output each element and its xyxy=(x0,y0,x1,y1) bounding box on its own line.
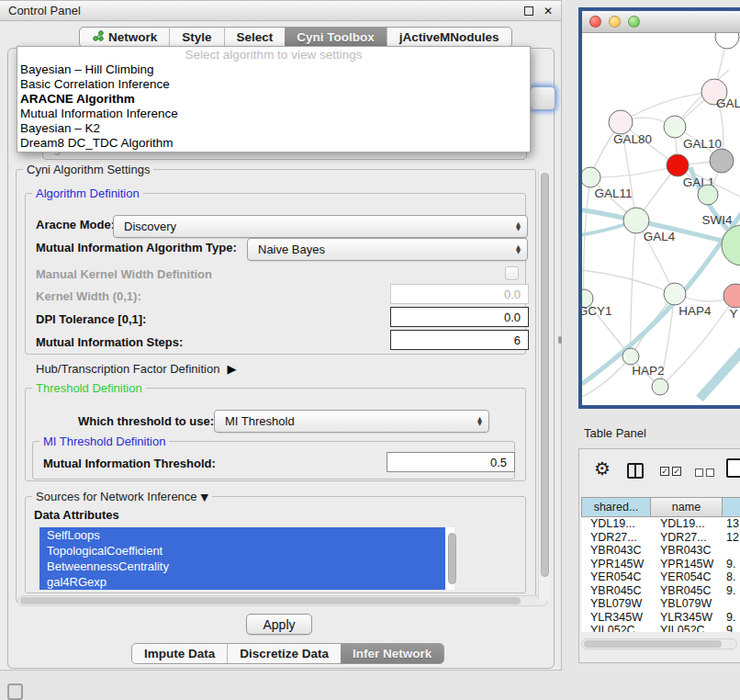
network-node[interactable] xyxy=(715,33,739,49)
table-row[interactable]: YLR345WYLR345W9. xyxy=(581,611,740,625)
table-row[interactable]: YBR045CYBR045C9. xyxy=(581,584,740,598)
minimized-panel-icon[interactable] xyxy=(7,683,23,700)
table-row[interactable]: YBL079WYBL079W xyxy=(581,597,740,611)
network-window-titlebar[interactable] xyxy=(582,11,740,33)
table-cell: 8. xyxy=(723,570,740,584)
select-all-checkbox-icon[interactable]: ✓ xyxy=(660,467,669,476)
network-node[interactable] xyxy=(710,149,734,173)
network-node[interactable] xyxy=(652,378,668,395)
network-node-gal80[interactable] xyxy=(609,110,633,134)
table-panel: ⚙ ✓ ✓ shared...name YDL19...YDL19...13YD… xyxy=(578,448,740,663)
network-edge[interactable] xyxy=(584,177,590,299)
table-cell: YER054C xyxy=(581,570,651,584)
mi-algorithm-type-label: Mutual Information Algorithm Type: xyxy=(36,241,237,254)
table-row[interactable]: YDL19...YDL19...13 xyxy=(581,517,740,531)
mi-threshold-value: 0.5 xyxy=(490,456,507,469)
kernel-width-field[interactable]: 0.0 xyxy=(390,284,529,304)
algorithm-popup-item[interactable]: Bayesian – K2 xyxy=(17,121,530,136)
data-attribute-item-selected[interactable]: TopologicalCoefficient xyxy=(39,543,445,559)
dpi-tolerance-field[interactable]: 0.0 xyxy=(390,307,529,327)
close-traffic-light-icon[interactable] xyxy=(589,16,601,28)
table-column-header[interactable] xyxy=(723,497,740,517)
aracne-mode-value: Discovery xyxy=(124,220,176,233)
bottom-tab-infer-network[interactable]: Infer Network xyxy=(341,644,443,663)
apply-button[interactable]: Apply xyxy=(246,614,312,635)
data-attributes-list[interactable]: SelfLoopsTopologicalCoefficientBetweenne… xyxy=(39,527,454,590)
table-horizontal-scrollbar[interactable] xyxy=(581,638,737,649)
table-cell: YBL079W xyxy=(651,597,723,611)
data-attribute-item-selected[interactable]: gal4RGexp xyxy=(39,574,445,590)
algorithm-popup-item[interactable]: Mutual Information Inference xyxy=(17,107,530,121)
data-attribute-item-selected[interactable]: BetweennessCentrality xyxy=(39,559,445,574)
network-view-window: GALGAL80GAL10GAL1GAL11GAL4SWI4GCY1HAP4YH… xyxy=(578,7,740,409)
data-attributes-label: Data Attributes xyxy=(34,508,119,522)
network-node-swi4[interactable] xyxy=(698,185,718,205)
network-node-gal1[interactable] xyxy=(667,154,689,176)
bottom-tab-impute-data[interactable]: Impute Data xyxy=(132,644,227,663)
mi-algorithm-type-combo[interactable]: Naive Bayes ▲▼ xyxy=(247,238,528,261)
network-node[interactable] xyxy=(722,225,740,265)
gear-icon[interactable]: ⚙ xyxy=(594,457,611,480)
aracne-mode-combo[interactable]: Discovery ▲▼ xyxy=(113,215,528,238)
network-node-hap4[interactable] xyxy=(664,283,686,305)
attributes-list-scrollbar[interactable] xyxy=(448,533,456,584)
table-row[interactable]: YDR27...YDR27...12 xyxy=(581,531,740,545)
network-node-gal10[interactable] xyxy=(664,116,686,138)
inference-algorithm-combo-fragment[interactable] xyxy=(530,86,555,110)
tab-jactivemnodules[interactable]: jActiveMNodules xyxy=(387,28,511,47)
new-table-icon[interactable] xyxy=(726,458,740,478)
network-node-label: SWI4 xyxy=(701,213,732,227)
network-node-gal11[interactable] xyxy=(582,167,600,187)
table-column-header[interactable]: name xyxy=(651,497,723,517)
panel-splitter-handle[interactable] xyxy=(558,336,562,344)
network-edge[interactable] xyxy=(590,165,678,177)
table-row[interactable]: YBR043CYBR043C xyxy=(581,544,740,558)
deselect-all-checkbox-icon[interactable] xyxy=(695,469,703,477)
settings-horizontal-scrollbar[interactable] xyxy=(17,595,548,606)
table-column-header[interactable]: shared... xyxy=(581,497,651,517)
hub-transcription-factor-toggle[interactable]: Hub/Transcription Factor Definition▶ xyxy=(36,362,236,376)
table-row[interactable]: YER054CYER054C8. xyxy=(581,570,740,584)
node-table: shared...name YDL19...YDL19...13YDR27...… xyxy=(581,497,740,517)
algorithm-popup-item[interactable]: Dream8 DC_TDC Algorithm xyxy=(17,136,530,151)
tab-select[interactable]: Select xyxy=(224,28,286,47)
minimize-traffic-light-icon[interactable] xyxy=(609,16,621,28)
sources-group-title[interactable]: Sources for Network Inference▼ xyxy=(32,490,212,503)
mi-threshold-field[interactable]: 0.5 xyxy=(387,452,515,472)
network-edge-highlighted[interactable] xyxy=(700,347,740,399)
mi-steps-field[interactable]: 6 xyxy=(390,330,529,350)
deselect-all-checkbox-icon[interactable] xyxy=(706,469,714,477)
table-rows: YDL19...YDL19...13YDR27...YDR27...12YBR0… xyxy=(581,517,740,632)
algorithm-popup-item[interactable]: Basic Correlation Inference xyxy=(17,77,530,92)
which-threshold-combo[interactable]: MI Threshold ▲▼ xyxy=(214,410,489,433)
table-cell: 9. xyxy=(723,611,740,625)
data-attribute-item-selected[interactable]: SelfLoops xyxy=(39,527,445,543)
zoom-traffic-light-icon[interactable] xyxy=(628,16,640,28)
network-node-hap2[interactable] xyxy=(622,348,639,365)
columns-icon[interactable] xyxy=(627,463,644,479)
network-canvas[interactable]: GALGAL80GAL10GAL1GAL11GAL4SWI4GCY1HAP4YH… xyxy=(582,33,740,405)
network-node-y[interactable] xyxy=(723,284,740,308)
tab-cyni-toolbox[interactable]: Cyni Toolbox xyxy=(285,28,387,47)
tab-style[interactable]: Style xyxy=(169,28,223,47)
bottom-tab-discretize-data[interactable]: Discretize Data xyxy=(227,644,341,663)
algorithm-popup-item[interactable]: Bayesian – Hill Climbing xyxy=(17,62,530,77)
close-icon[interactable]: ✕ xyxy=(544,6,553,16)
table-row[interactable]: YIL052CYIL052C9 xyxy=(581,624,740,632)
table-row[interactable]: YPR145WYPR145W9. xyxy=(581,558,740,571)
stepper-arrows-icon: ▲▼ xyxy=(516,221,521,231)
select-all-checkbox-icon[interactable]: ✓ xyxy=(672,467,681,476)
aracne-mode-label: Aracne Mode: xyxy=(36,218,115,231)
network-edge[interactable] xyxy=(582,270,675,294)
table-cell: YIL052C xyxy=(581,624,651,632)
network-edge[interactable] xyxy=(631,220,636,356)
algorithm-popup-item[interactable]: ARACNE Algorithm xyxy=(17,92,530,107)
manual-kernel-width-checkbox[interactable] xyxy=(505,266,519,280)
tab-label: Select xyxy=(237,30,274,44)
table-cell: YIL052C xyxy=(651,624,723,632)
float-window-icon[interactable] xyxy=(524,6,533,16)
table-cell: YLR345W xyxy=(651,611,723,625)
settings-vertical-scrollbar[interactable] xyxy=(538,171,550,601)
tab-network[interactable]: Network xyxy=(80,28,169,47)
tab-label: Network xyxy=(108,30,157,44)
